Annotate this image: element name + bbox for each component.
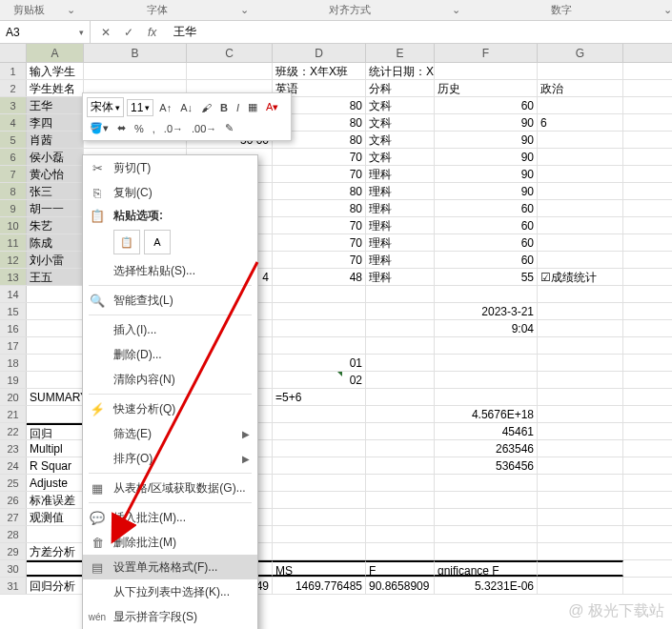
cell[interactable]: ☑成绩统计	[538, 269, 623, 285]
row-header[interactable]: 27	[0, 509, 27, 525]
cell[interactable]	[435, 509, 538, 525]
cell[interactable]	[538, 183, 623, 199]
menu-format-cells[interactable]: ▤设置单元格格式(F)...	[83, 555, 257, 579]
cell[interactable]	[366, 526, 435, 542]
cell[interactable]: 理科	[366, 166, 435, 182]
mini-decrease-font-icon[interactable]: A↓	[177, 100, 195, 115]
mini-italic-button[interactable]: I	[234, 100, 242, 115]
mini-comma-button[interactable]: ,	[150, 121, 158, 136]
cell[interactable]	[538, 200, 623, 216]
cell[interactable]: 90	[435, 166, 538, 182]
cell[interactable]	[27, 286, 84, 302]
cell[interactable]	[27, 303, 84, 319]
cell[interactable]	[435, 63, 538, 79]
col-header-B[interactable]: B	[84, 44, 187, 62]
menu-cut[interactable]: ✂剪切(T)	[83, 155, 257, 180]
row-header[interactable]: 4	[0, 114, 27, 131]
mini-fill-color-icon[interactable]: 🪣▾	[87, 120, 112, 136]
row-header[interactable]: 5	[0, 132, 27, 148]
cell[interactable]: 90	[435, 149, 538, 165]
cell[interactable]	[435, 389, 538, 405]
cell[interactable]	[273, 543, 366, 559]
cell[interactable]	[538, 423, 623, 439]
cell[interactable]: 理科	[366, 234, 435, 251]
cell[interactable]: 70	[273, 217, 366, 233]
cell[interactable]: 60	[435, 200, 538, 216]
mini-merge-icon[interactable]: ⬌	[114, 120, 129, 136]
cell[interactable]: 02	[273, 372, 366, 388]
mini-brush-icon[interactable]: ✎	[222, 120, 236, 136]
cell[interactable]	[27, 320, 84, 336]
cell[interactable]	[435, 475, 538, 491]
cell[interactable]: 60	[435, 252, 538, 268]
cell[interactable]	[84, 63, 187, 79]
menu-smart-lookup[interactable]: 🔍智能查找(L)	[83, 288, 257, 313]
col-header-F[interactable]: F	[435, 44, 538, 62]
col-header-D[interactable]: D	[273, 44, 366, 62]
cell[interactable]	[273, 320, 366, 336]
font-launcher[interactable]: ⌄	[233, 4, 256, 16]
row-header[interactable]: 20	[0, 389, 27, 405]
confirm-icon[interactable]: ✓	[121, 26, 136, 39]
cell[interactable]: 70	[273, 234, 366, 251]
cell[interactable]: 70	[273, 149, 366, 165]
row-header[interactable]: 23	[0, 440, 27, 457]
cell[interactable]: SUMMARY	[27, 389, 84, 405]
cell[interactable]	[273, 337, 366, 354]
cell[interactable]: 理科	[366, 269, 435, 285]
cell[interactable]	[538, 457, 623, 474]
cell[interactable]: 文科	[366, 149, 435, 165]
cell[interactable]	[273, 440, 366, 457]
cell[interactable]	[538, 560, 623, 577]
cell[interactable]: MS	[273, 560, 366, 577]
cell[interactable]: 回归	[27, 423, 84, 439]
row-header[interactable]: 13	[0, 269, 27, 285]
cell[interactable]	[538, 526, 623, 542]
menu-quick-analysis[interactable]: ⚡快速分析(Q)	[83, 396, 257, 421]
menu-pick-list[interactable]: 从下拉列表中选择(K)...	[83, 579, 257, 604]
cell[interactable]	[435, 543, 538, 559]
cell[interactable]	[273, 475, 366, 491]
row-header[interactable]: 22	[0, 423, 27, 439]
menu-paste-special[interactable]: 选择性粘贴(S)...	[83, 258, 257, 283]
cell[interactable]	[366, 440, 435, 457]
formula-input[interactable]: 王华	[168, 21, 672, 43]
cell[interactable]: 文科	[366, 114, 435, 131]
cell[interactable]: 学生姓名	[27, 80, 84, 96]
cell[interactable]: 分科	[366, 80, 435, 96]
cell[interactable]	[435, 492, 538, 508]
cell[interactable]: 输入学生	[27, 63, 84, 79]
cell[interactable]	[273, 526, 366, 542]
row-header[interactable]: 3	[0, 97, 27, 113]
cell[interactable]: =5+6	[273, 389, 366, 405]
cell[interactable]	[366, 389, 435, 405]
cell[interactable]	[366, 543, 435, 559]
cell[interactable]: 80	[273, 183, 366, 199]
col-header-A[interactable]: A	[27, 44, 84, 62]
cell[interactable]	[273, 406, 366, 422]
cell[interactable]: 王华	[27, 97, 84, 113]
cell[interactable]	[435, 355, 538, 371]
cell[interactable]	[273, 303, 366, 319]
clipboard-launcher[interactable]: ⌄	[59, 4, 83, 16]
cell[interactable]	[538, 320, 623, 336]
row-header[interactable]: 25	[0, 475, 27, 491]
mini-font-select[interactable]: 宋体▾	[87, 97, 124, 117]
cell[interactable]: 60	[435, 97, 538, 113]
menu-get-data[interactable]: ▦从表格/区域获取数据(G)...	[83, 476, 257, 500]
align-launcher[interactable]: ⌄	[444, 4, 468, 16]
mini-percent-button[interactable]: %	[132, 121, 147, 136]
cell[interactable]: 黄心怡	[27, 166, 84, 182]
cell[interactable]: 理科	[366, 183, 435, 199]
cell[interactable]	[366, 355, 435, 371]
row-header[interactable]: 15	[0, 303, 27, 319]
cell[interactable]	[538, 252, 623, 268]
cancel-icon[interactable]: ✕	[98, 26, 113, 39]
cell[interactable]: 政治	[538, 80, 623, 96]
cell[interactable]	[435, 372, 538, 388]
cell[interactable]: Multipl	[27, 440, 84, 457]
cell[interactable]: 5.3231E-06	[435, 578, 538, 594]
col-header-G[interactable]: G	[538, 44, 623, 62]
cell[interactable]	[366, 372, 435, 388]
cell[interactable]	[538, 337, 623, 354]
